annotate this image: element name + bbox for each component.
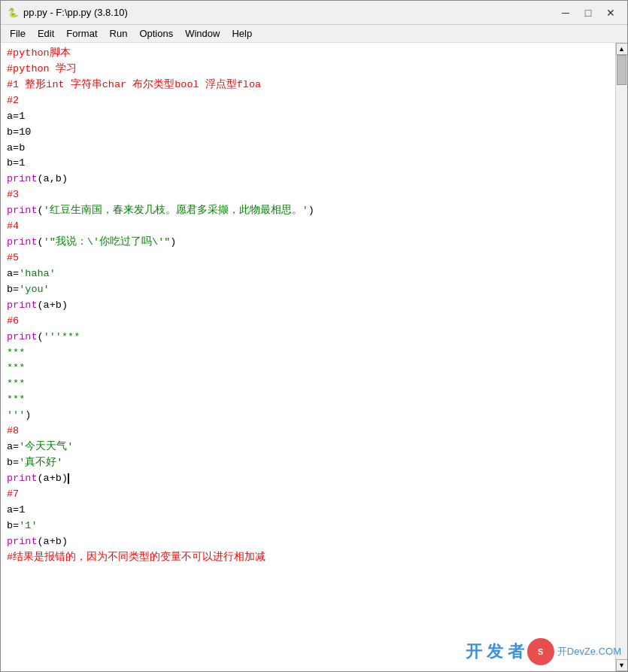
title-bar: 🐍 pp.py - F:\pp.py (3.8.10) ─ □ ✕	[1, 1, 627, 25]
menu-file[interactable]: File	[4, 26, 32, 42]
close-button[interactable]: ✕	[600, 5, 621, 21]
menu-help[interactable]: Help	[226, 26, 258, 42]
menu-run[interactable]: Run	[104, 26, 134, 42]
watermark-url: 开DevZe.COM	[557, 645, 621, 658]
vertical-scrollbar[interactable]: ▲ ▼	[615, 43, 627, 671]
watermark-text: 开 发 者	[466, 640, 524, 663]
code-editor[interactable]: #python脚本 #python 学习 #1 整形int 字符串char 布尔…	[1, 43, 615, 671]
watermark: 开 发 者 S 开DevZe.COM	[466, 638, 621, 665]
scroll-thumb[interactable]	[617, 55, 626, 85]
scroll-track[interactable]	[616, 55, 627, 659]
maximize-button[interactable]: □	[578, 5, 599, 21]
menu-options[interactable]: Options	[133, 26, 179, 42]
watermark-logo: S	[527, 638, 554, 665]
editor-area: #python脚本 #python 学习 #1 整形int 字符串char 布尔…	[1, 43, 627, 671]
main-window: 🐍 pp.py - F:\pp.py (3.8.10) ─ □ ✕ File E…	[0, 0, 628, 672]
app-icon: 🐍	[7, 7, 19, 19]
minimize-button[interactable]: ─	[555, 5, 576, 21]
menu-window[interactable]: Window	[179, 26, 226, 42]
menu-format[interactable]: Format	[60, 26, 103, 42]
menu-edit[interactable]: Edit	[32, 26, 60, 42]
window-controls: ─ □ ✕	[555, 5, 621, 21]
window-title: pp.py - F:\pp.py (3.8.10)	[23, 7, 555, 18]
menu-bar: File Edit Format Run Options Window Help	[1, 25, 627, 43]
scroll-up-button[interactable]: ▲	[616, 43, 628, 55]
